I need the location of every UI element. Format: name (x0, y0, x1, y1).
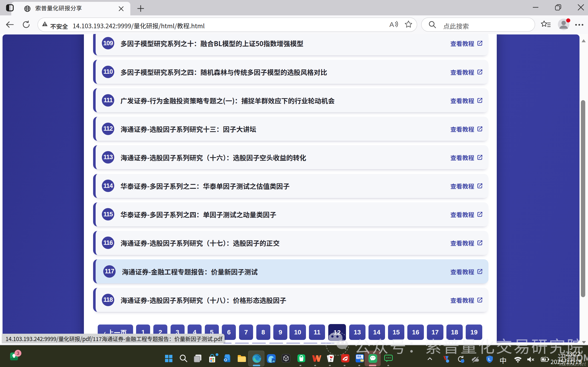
svg-text:VIP: VIP (361, 360, 364, 362)
svg-text:L: L (488, 357, 491, 361)
svg-text:A: A (389, 21, 394, 28)
svg-text:AI: AI (273, 360, 275, 363)
svg-text:PTrade: PTrade (357, 358, 362, 359)
